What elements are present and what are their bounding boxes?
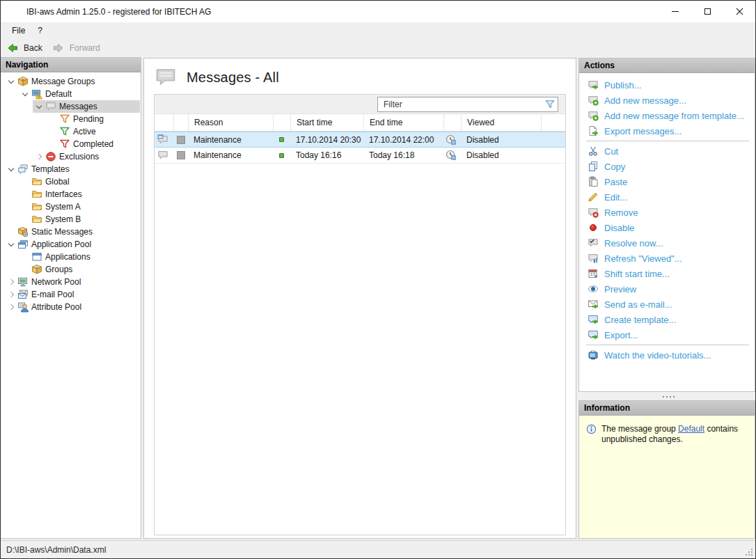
action-shift-start-time[interactable]: 17Shift start time... [579,266,755,281]
tree-item-interfaces[interactable]: Interfaces [1,188,141,200]
tree-item-label: Templates [31,164,70,174]
column-header-end-time[interactable]: End time [363,114,443,131]
create-template-icon [588,314,599,325]
chevron-down-icon[interactable] [6,239,17,250]
action-send-as-e-mail[interactable]: Send as e-mail... [579,297,755,312]
action-label: Disable [604,223,634,233]
actions-separator [586,345,749,345]
filter-field-wrap [377,97,558,112]
tree-item-label: E-mail Pool [31,290,74,299]
action-copy[interactable]: Copy [579,159,755,174]
action-disable[interactable]: Disable [579,220,755,235]
tree-item-label: Application Pool [31,239,91,249]
column-header-viewed[interactable]: Viewed [461,114,541,131]
disable-icon [588,222,599,233]
chevron-right-icon[interactable] [34,151,45,162]
tree-item-templates[interactable]: Templates [1,163,141,175]
tree-item-applications[interactable]: Applications [1,251,141,263]
chevron-down-icon[interactable] [20,88,31,100]
action-label: Paste [604,177,627,187]
action-cut[interactable]: Cut [579,143,755,159]
minimize-button[interactable] [659,1,691,22]
action-add-new-message[interactable]: Add new message... [579,93,755,108]
table-row[interactable]: MaintenanceToday 16:16Today 16:18Disable… [155,148,565,164]
default-group-link[interactable]: Default [678,424,704,434]
action-publish[interactable]: Publish... [579,77,755,93]
tree-item-system-b[interactable]: System B [1,213,141,226]
chevron-right-icon[interactable] [6,289,17,300]
edit-icon [588,191,599,203]
splitter-grip-icon [666,396,668,397]
tree-item-completed[interactable]: Completed [1,138,141,150]
tree-item-exclusions[interactable]: Exclusions [1,150,141,163]
network-pool-icon [17,276,29,288]
tree-item-static-messages[interactable]: Static Messages [1,226,141,238]
tree-item-label: Applications [45,252,90,262]
viewed-cell: Disabled [461,150,541,160]
tree-item-message-groups[interactable]: Message Groups [1,75,141,88]
expander-spacer [20,251,31,262]
table-row[interactable]: Maintenance17.10.2014 20:3017.10.2014 22… [155,132,565,148]
viewed-icon-cell [443,134,461,145]
tree-item-groups[interactable]: Groups [1,263,141,276]
action-label: Copy [604,162,625,172]
chevron-down-icon[interactable] [6,76,17,87]
action-export-messages[interactable]: Export messages... [579,123,755,139]
action-watch-the-video-tutorials[interactable]: Watch the video-tutorials... [579,347,755,363]
info-icon [586,424,597,434]
tree-item-network-pool[interactable]: Network Pool [1,276,141,288]
tree-item-pending[interactable]: Pending [1,113,141,125]
column-header-start-time[interactable]: Start time [290,114,363,131]
chevron-right-icon[interactable] [6,276,17,288]
chevron-down-icon[interactable] [34,101,45,112]
tree-item-global[interactable]: Global [1,175,141,188]
publish-icon [588,79,599,90]
forward-button[interactable]: Forward [49,40,104,56]
information-header: Information [579,401,755,416]
viewed-clock-icon [446,134,457,145]
action-preview[interactable]: Preview [579,281,755,297]
tree-item-label: Completed [73,139,113,149]
action-edit[interactable]: Edit... [579,189,755,205]
action-label: Add new message from template... [604,111,744,121]
filter-input[interactable] [377,97,558,112]
resize-grip-icon[interactable] [744,547,753,556]
chevron-right-icon[interactable] [6,301,17,313]
paste-icon [588,176,599,187]
chevron-down-icon[interactable] [6,164,17,175]
messages-table-container: ReasonStart timeEnd timeViewed Maintenan… [154,94,566,535]
tree-item-active[interactable]: Active [1,125,141,138]
reason-cell: Maintenance [188,135,273,145]
action-add-new-message-from-template[interactable]: Add new message from template... [579,108,755,123]
action-export[interactable]: Export... [579,327,755,343]
tree-item-label: Pending [73,114,104,124]
menu-help[interactable]: ? [31,22,49,39]
add-message-icon [588,95,599,106]
tree-item-application-pool[interactable]: Application Pool [1,238,141,251]
tree-item-attribute-pool[interactable]: Attribute Pool [1,301,141,313]
action-create-template[interactable]: Create template... [579,312,755,327]
message-type-cell [155,134,173,145]
action-resolve-now[interactable]: Resolve now... [579,235,755,251]
tree-item-system-a[interactable]: System A [1,200,141,213]
column-header-filler [541,114,565,131]
back-button[interactable]: Back [3,40,47,56]
tree-item-messages[interactable]: Messages [1,100,141,113]
tree-item-e-mail-pool[interactable]: E-mail Pool [1,288,141,301]
action-remove[interactable]: Remove [579,205,755,220]
default-group-icon [31,88,42,100]
table-body: Maintenance17.10.2014 20:3017.10.2014 22… [155,132,565,164]
maximize-button[interactable] [691,1,723,22]
column-header-status [273,114,290,131]
information-content: The message group Default contains unpub… [579,416,755,538]
action-paste[interactable]: Paste [579,174,755,189]
action-label: Add new message... [604,95,686,106]
templates-icon [17,164,29,175]
action-refresh-viewed[interactable]: Refresh "Viewed"... [579,251,755,266]
panel-splitter[interactable] [578,393,755,400]
tree-item-default[interactable]: Default [1,88,141,100]
close-button[interactable] [723,1,755,22]
menu-file[interactable]: File [6,22,31,39]
column-header-reason[interactable]: Reason [188,114,273,131]
tree-item-label: Network Pool [31,277,81,287]
